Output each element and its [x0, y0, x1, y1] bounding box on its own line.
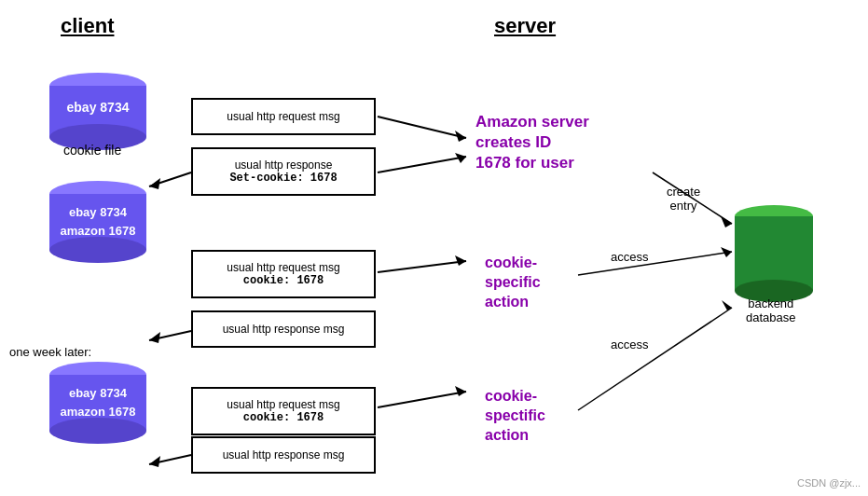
svg-rect-5: [49, 194, 146, 250]
msg-box-2: usual http response Set-cookie: 1678: [191, 147, 376, 196]
svg-marker-34: [149, 456, 160, 467]
svg-point-6: [49, 237, 146, 263]
svg-marker-22: [455, 153, 466, 163]
svg-marker-28: [149, 332, 160, 343]
cookie-file-label: cookie file: [63, 143, 121, 158]
svg-rect-1: [49, 86, 146, 137]
backend-database-label: backenddatabase: [746, 296, 796, 324]
svg-marker-36: [722, 300, 732, 310]
msg-box-1: usual http request msg: [191, 98, 376, 135]
msg2-line1: usual http response: [235, 158, 333, 172]
msg-box-6: usual http response msg: [191, 436, 376, 474]
svg-point-11: [49, 418, 146, 444]
access-label-1: access: [611, 250, 648, 264]
client-title: client: [61, 14, 114, 38]
svg-line-21: [378, 157, 466, 172]
svg-text:ebay 8734: ebay 8734: [67, 100, 130, 115]
svg-line-19: [149, 172, 191, 186]
svg-line-35: [578, 308, 732, 410]
msg-box-3: usual http request msg cookie: 1678: [191, 250, 376, 298]
msg3-line2: cookie: 1678: [243, 274, 324, 287]
svg-rect-10: [49, 375, 146, 431]
access-label-2: access: [611, 338, 648, 351]
cookie-specific-1: cookie-specificaction: [485, 254, 541, 311]
svg-point-4: [49, 181, 146, 207]
msg1-text: usual http request msg: [227, 110, 339, 123]
svg-marker-30: [721, 247, 732, 257]
svg-line-17: [378, 117, 466, 138]
svg-text:ebay 8734: ebay 8734: [69, 386, 128, 400]
svg-marker-18: [455, 131, 466, 142]
svg-point-14: [735, 205, 813, 227]
svg-marker-32: [455, 386, 466, 396]
diagram: ebay 8734 ebay 8734 amazon 1678 ebay 873…: [0, 0, 868, 496]
svg-rect-15: [735, 216, 813, 291]
svg-point-9: [49, 362, 146, 388]
svg-marker-20: [149, 178, 160, 189]
svg-line-29: [578, 252, 732, 275]
svg-marker-26: [455, 255, 466, 266]
server-title: server: [494, 14, 556, 38]
one-week-later-label: one week later:: [9, 345, 91, 359]
svg-marker-24: [721, 216, 732, 227]
msg2-line2: Set-cookie: 1678: [229, 172, 337, 185]
svg-text:ebay 8734: ebay 8734: [69, 205, 128, 219]
msg6-text: usual http response msg: [223, 448, 345, 462]
msg-box-5: usual http request msg cookie: 1678: [191, 387, 376, 435]
msg5-line1: usual http request msg: [227, 398, 339, 411]
cookie-spectific-1: cookie-spectificaction: [485, 387, 545, 445]
amazon-server-annotation: Amazon servercreates ID1678 for user: [475, 112, 589, 173]
msg5-line2: cookie: 1678: [243, 411, 324, 424]
svg-point-0: [49, 73, 146, 99]
svg-line-27: [149, 331, 191, 340]
create-entry-label: createentry: [667, 185, 700, 213]
svg-text:amazon 1678: amazon 1678: [61, 405, 136, 419]
msg-box-4: usual http response msg: [191, 310, 376, 348]
watermark: CSDN @zjx...: [797, 477, 861, 489]
msg4-text: usual http response msg: [223, 323, 345, 336]
svg-line-31: [378, 392, 466, 407]
svg-line-25: [378, 261, 466, 272]
svg-text:amazon 1678: amazon 1678: [61, 224, 136, 238]
svg-line-33: [149, 455, 191, 464]
msg3-line1: usual http request msg: [227, 261, 339, 274]
diagram-svg: ebay 8734 ebay 8734 amazon 1678 ebay 873…: [0, 0, 868, 496]
